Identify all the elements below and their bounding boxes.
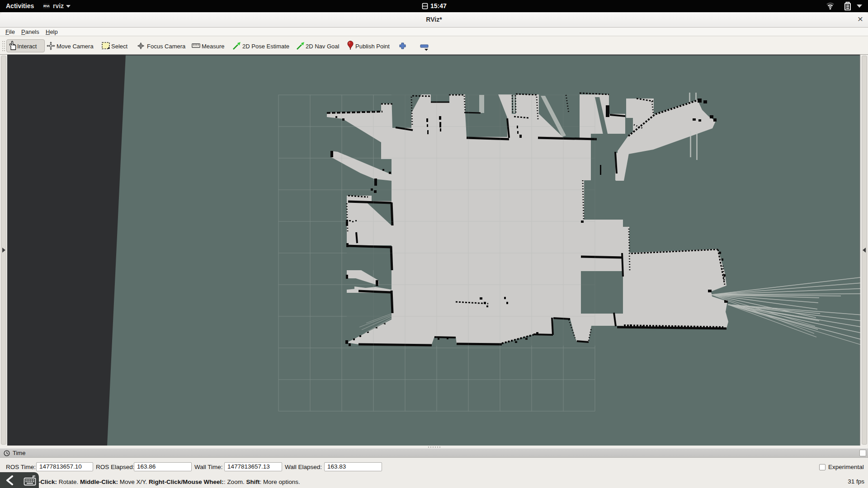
svg-text:RViz: RViz: [43, 4, 50, 8]
